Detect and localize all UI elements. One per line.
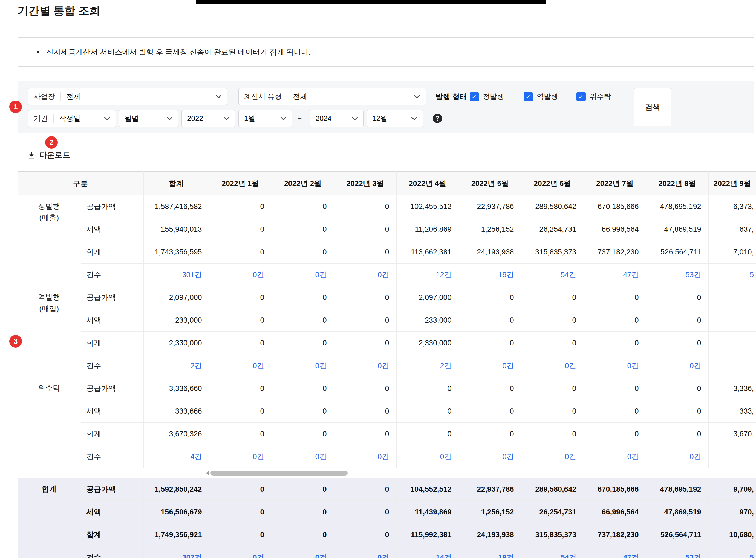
scrollbar-left-arrow-icon[interactable] xyxy=(206,471,209,475)
count-cell[interactable]: 0건 xyxy=(272,446,334,468)
value-cell: 1,256,152 xyxy=(459,218,521,241)
table-row: 합계1,749,356,921000115,992,38124,193,9383… xyxy=(18,524,756,546)
value-cell: 0 xyxy=(334,241,396,263)
help-icon[interactable]: ? xyxy=(433,114,442,123)
count-cell[interactable]: 0건 xyxy=(584,354,646,377)
value-cell: 0 xyxy=(209,241,272,263)
count-cell[interactable]: 0건 xyxy=(521,446,584,468)
value-cell: 24,193,938 xyxy=(459,524,521,546)
count-cell[interactable]: 4건 xyxy=(143,446,209,468)
count-cell[interactable]: 54건 xyxy=(521,546,584,558)
business-select[interactable]: 사업장 전체 xyxy=(28,88,227,105)
count-cell[interactable]: 0건 xyxy=(459,354,521,377)
col-header-month-9: 2022년 9월 xyxy=(708,172,756,195)
checkbox-checked-icon[interactable]: ✓ xyxy=(470,92,479,101)
table-container: 구분 합계 2022년 1월 2022년 2월 2022년 3월 2022년 4… xyxy=(18,172,756,558)
checkbox-label: 정발행 xyxy=(483,92,504,101)
search-button[interactable]: 검색 xyxy=(633,88,671,126)
value-cell: 0 xyxy=(272,501,334,524)
count-cell[interactable]: 2건 xyxy=(396,354,459,377)
count-cell[interactable]: 12건 xyxy=(396,263,459,286)
count-cell[interactable]: 0건 xyxy=(209,263,272,286)
value-cell xyxy=(708,286,756,309)
invoice-type-select[interactable]: 계산서 유형 전체 xyxy=(238,88,426,105)
count-cell[interactable]: 0건 xyxy=(396,446,459,468)
count-cell[interactable]: 47건 xyxy=(584,263,646,286)
count-cell[interactable]: 5 xyxy=(708,263,756,286)
row-metric-label: 세액 xyxy=(81,218,143,241)
row-group-label: 합계 xyxy=(18,478,81,558)
count-cell[interactable]: 0건 xyxy=(209,354,272,377)
value-cell: 0 xyxy=(521,309,584,332)
group-label-line1: 위수탁 xyxy=(18,383,81,394)
count-cell[interactable]: 0건 xyxy=(646,446,708,468)
count-cell[interactable]: 0건 xyxy=(584,446,646,468)
business-label: 사업장 xyxy=(28,92,60,101)
value-cell: 970, xyxy=(708,501,756,524)
annotation-badge-1: 1 xyxy=(9,101,22,113)
count-cell[interactable]: 307건 xyxy=(143,546,209,558)
count-cell[interactable]: 53건 xyxy=(646,263,708,286)
value-cell: 22,937,786 xyxy=(459,195,521,218)
count-cell[interactable]: 0건 xyxy=(334,546,396,558)
value-cell: 670,185,666 xyxy=(584,478,646,501)
checkbox-checked-icon[interactable]: ✓ xyxy=(576,92,586,101)
count-cell[interactable]: 301건 xyxy=(143,263,209,286)
value-cell: 26,254,731 xyxy=(521,218,584,241)
download-button[interactable]: 다운로드 xyxy=(27,150,70,160)
value-cell: 3,670, xyxy=(708,423,756,446)
value-cell: 3,336,660 xyxy=(143,377,209,400)
count-cell[interactable]: 47건 xyxy=(584,546,646,558)
value-cell: 0 xyxy=(646,309,708,332)
value-cell: 0 xyxy=(584,377,646,400)
table-header: 구분 합계 2022년 1월 2022년 2월 2022년 3월 2022년 4… xyxy=(18,172,756,195)
count-cell[interactable]: 0건 xyxy=(521,354,584,377)
period-date-type-value: 작성일 xyxy=(54,114,80,123)
value-cell: 2,097,000 xyxy=(396,286,459,309)
count-cell[interactable]: 54건 xyxy=(521,263,584,286)
horizontal-scrollbar-track[interactable] xyxy=(18,468,756,478)
count-cell[interactable]: 5 xyxy=(708,546,756,558)
end-year-select[interactable]: 2024 xyxy=(310,110,364,127)
count-cell[interactable]: 2건 xyxy=(143,354,209,377)
count-cell[interactable]: 0건 xyxy=(272,354,334,377)
start-year-select[interactable]: 2022 xyxy=(182,110,235,127)
col-header-month-2: 2022년 2월 xyxy=(272,172,334,195)
start-month-select[interactable]: 1월 xyxy=(238,110,292,127)
row-metric-label: 건수 xyxy=(81,263,143,286)
group-label-line1: 합계 xyxy=(18,483,81,495)
period-date-type-select[interactable]: 기간 작성일 xyxy=(28,110,116,127)
count-cell[interactable]: 53건 xyxy=(646,546,708,558)
value-cell: 0 xyxy=(334,309,396,332)
start-month-value: 1월 xyxy=(239,114,255,123)
count-cell[interactable]: 14건 xyxy=(396,546,459,558)
count-cell[interactable]: 0건 xyxy=(646,354,708,377)
checkbox-wisutak[interactable]: ✓ 위수탁 xyxy=(576,88,611,105)
count-cell[interactable]: 19건 xyxy=(459,263,521,286)
count-cell[interactable]: 0건 xyxy=(334,354,396,377)
checkbox-jeongbalhaeng[interactable]: ✓ 정발행 xyxy=(470,88,504,105)
value-cell: 0 xyxy=(459,332,521,354)
count-cell[interactable]: 0건 xyxy=(272,263,334,286)
end-month-select[interactable]: 12월 xyxy=(367,110,423,127)
scrollbar-thumb[interactable] xyxy=(211,471,348,476)
value-cell: 0 xyxy=(521,423,584,446)
count-cell[interactable]: 0건 xyxy=(459,446,521,468)
period-unit-select[interactable]: 월별 xyxy=(119,110,179,127)
value-cell: 0 xyxy=(272,377,334,400)
top-black-bar xyxy=(196,0,546,4)
col-header-month-4: 2022년 4월 xyxy=(396,172,459,195)
col-header-month-3: 2022년 3월 xyxy=(334,172,396,195)
value-cell: 0 xyxy=(334,195,396,218)
count-cell[interactable]: 0건 xyxy=(334,263,396,286)
count-cell[interactable]: 0건 xyxy=(334,446,396,468)
value-cell: 233,000 xyxy=(143,309,209,332)
count-cell[interactable]: 0건 xyxy=(209,546,272,558)
count-cell[interactable]: 0건 xyxy=(209,446,272,468)
count-cell[interactable]: 19건 xyxy=(459,546,521,558)
value-cell: 1,592,850,242 xyxy=(143,478,209,501)
checkbox-yeokbalhaeng[interactable]: ✓ 역발행 xyxy=(523,88,558,105)
checkbox-checked-icon[interactable]: ✓ xyxy=(523,92,533,101)
count-cell[interactable]: 0건 xyxy=(272,546,334,558)
table-row: 세액233,000000233,0000000 xyxy=(18,309,756,332)
